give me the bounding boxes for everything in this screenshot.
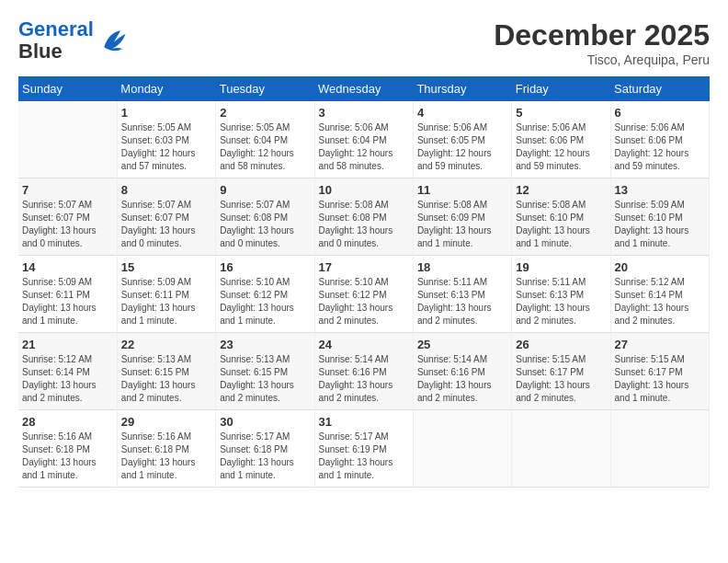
day-number: 7 — [22, 183, 113, 197]
calendar-cell — [610, 410, 709, 488]
day-number: 21 — [22, 338, 113, 351]
calendar-cell: 21 Sunrise: 5:12 AM Sunset: 6:14 PM Dayl… — [18, 333, 117, 410]
day-info: Sunrise: 5:16 AM Sunset: 6:18 PM Dayligh… — [121, 431, 211, 482]
logo-text: GeneralBlue — [18, 18, 94, 63]
calendar-header: SundayMondayTuesdayWednesdayThursdayFrid… — [18, 76, 710, 101]
day-number: 8 — [121, 183, 211, 197]
day-number: 25 — [417, 338, 507, 351]
day-info: Sunrise: 5:16 AM Sunset: 6:18 PM Dayligh… — [22, 431, 113, 482]
day-info: Sunrise: 5:13 AM Sunset: 6:15 PM Dayligh… — [121, 353, 211, 405]
page-header: GeneralBlue December 2025 Tisco, Arequip… — [18, 18, 710, 67]
day-info: Sunrise: 5:08 AM Sunset: 6:08 PM Dayligh… — [319, 199, 409, 250]
weekday-header-tuesday: Tuesday — [216, 76, 314, 101]
calendar-cell: 10 Sunrise: 5:08 AM Sunset: 6:08 PM Dayl… — [314, 178, 413, 256]
weekday-row: SundayMondayTuesdayWednesdayThursdayFrid… — [18, 76, 710, 101]
calendar-cell — [18, 101, 117, 178]
calendar-week-2: 7 Sunrise: 5:07 AM Sunset: 6:07 PM Dayli… — [18, 178, 710, 256]
calendar-cell: 8 Sunrise: 5:07 AM Sunset: 6:07 PM Dayli… — [117, 178, 215, 256]
calendar-cell: 22 Sunrise: 5:13 AM Sunset: 6:15 PM Dayl… — [117, 333, 215, 410]
day-number: 28 — [22, 415, 113, 429]
day-info: Sunrise: 5:06 AM Sunset: 6:04 PM Dayligh… — [319, 121, 409, 173]
day-number: 1 — [121, 106, 211, 120]
calendar-cell: 11 Sunrise: 5:08 AM Sunset: 6:09 PM Dayl… — [413, 178, 511, 256]
calendar-week-1: 1 Sunrise: 5:05 AM Sunset: 6:03 PM Dayli… — [18, 101, 710, 178]
calendar-cell: 5 Sunrise: 5:06 AM Sunset: 6:06 PM Dayli… — [512, 101, 610, 178]
day-number: 29 — [121, 415, 211, 429]
day-info: Sunrise: 5:06 AM Sunset: 6:06 PM Dayligh… — [615, 121, 705, 173]
calendar-cell: 6 Sunrise: 5:06 AM Sunset: 6:06 PM Dayli… — [610, 101, 709, 178]
weekday-header-thursday: Thursday — [413, 76, 511, 101]
day-info: Sunrise: 5:05 AM Sunset: 6:04 PM Dayligh… — [220, 121, 310, 173]
day-info: Sunrise: 5:08 AM Sunset: 6:10 PM Dayligh… — [516, 199, 606, 250]
day-number: 6 — [615, 106, 705, 120]
day-number: 4 — [417, 106, 507, 120]
calendar-cell: 20 Sunrise: 5:12 AM Sunset: 6:14 PM Dayl… — [610, 256, 709, 333]
day-info: Sunrise: 5:11 AM Sunset: 6:13 PM Dayligh… — [417, 276, 507, 327]
day-info: Sunrise: 5:07 AM Sunset: 6:07 PM Dayligh… — [22, 199, 113, 250]
weekday-header-sunday: Sunday — [18, 76, 117, 101]
day-number: 11 — [417, 183, 507, 197]
day-number: 22 — [121, 338, 211, 351]
month-title: December 2025 — [494, 18, 710, 52]
calendar-cell: 31 Sunrise: 5:17 AM Sunset: 6:19 PM Dayl… — [314, 410, 413, 488]
weekday-header-friday: Friday — [512, 76, 610, 101]
day-number: 31 — [319, 415, 409, 429]
calendar-cell: 9 Sunrise: 5:07 AM Sunset: 6:08 PM Dayli… — [216, 178, 314, 256]
calendar-cell: 4 Sunrise: 5:06 AM Sunset: 6:05 PM Dayli… — [413, 101, 511, 178]
day-info: Sunrise: 5:11 AM Sunset: 6:13 PM Dayligh… — [516, 276, 606, 327]
weekday-header-monday: Monday — [117, 76, 215, 101]
weekday-header-wednesday: Wednesday — [314, 76, 413, 101]
day-info: Sunrise: 5:09 AM Sunset: 6:11 PM Dayligh… — [121, 276, 211, 327]
day-number: 16 — [220, 260, 310, 274]
day-number: 24 — [319, 338, 409, 351]
calendar-cell — [512, 410, 610, 488]
day-info: Sunrise: 5:09 AM Sunset: 6:10 PM Dayligh… — [615, 199, 705, 250]
day-number: 30 — [220, 415, 310, 429]
day-info: Sunrise: 5:14 AM Sunset: 6:16 PM Dayligh… — [417, 353, 507, 405]
calendar-week-4: 21 Sunrise: 5:12 AM Sunset: 6:14 PM Dayl… — [18, 333, 710, 410]
calendar-cell: 26 Sunrise: 5:15 AM Sunset: 6:17 PM Dayl… — [512, 333, 610, 410]
day-info: Sunrise: 5:06 AM Sunset: 6:06 PM Dayligh… — [516, 121, 606, 173]
calendar-cell: 27 Sunrise: 5:15 AM Sunset: 6:17 PM Dayl… — [610, 333, 709, 410]
calendar-cell: 18 Sunrise: 5:11 AM Sunset: 6:13 PM Dayl… — [413, 256, 511, 333]
day-info: Sunrise: 5:17 AM Sunset: 6:18 PM Dayligh… — [220, 431, 310, 482]
day-info: Sunrise: 5:05 AM Sunset: 6:03 PM Dayligh… — [121, 121, 211, 173]
day-info: Sunrise: 5:06 AM Sunset: 6:05 PM Dayligh… — [417, 121, 507, 173]
calendar-cell: 28 Sunrise: 5:16 AM Sunset: 6:18 PM Dayl… — [18, 410, 117, 488]
calendar-cell: 14 Sunrise: 5:09 AM Sunset: 6:11 PM Dayl… — [18, 256, 117, 333]
day-info: Sunrise: 5:17 AM Sunset: 6:19 PM Dayligh… — [319, 431, 409, 482]
day-info: Sunrise: 5:07 AM Sunset: 6:07 PM Dayligh… — [121, 199, 211, 250]
calendar-cell: 19 Sunrise: 5:11 AM Sunset: 6:13 PM Dayl… — [512, 256, 610, 333]
day-number: 26 — [516, 338, 606, 351]
day-info: Sunrise: 5:15 AM Sunset: 6:17 PM Dayligh… — [516, 353, 606, 405]
calendar-cell: 16 Sunrise: 5:10 AM Sunset: 6:12 PM Dayl… — [216, 256, 314, 333]
day-number: 2 — [220, 106, 310, 120]
calendar-body: 1 Sunrise: 5:05 AM Sunset: 6:03 PM Dayli… — [18, 101, 710, 488]
calendar-cell: 12 Sunrise: 5:08 AM Sunset: 6:10 PM Dayl… — [512, 178, 610, 256]
calendar-cell: 2 Sunrise: 5:05 AM Sunset: 6:04 PM Dayli… — [216, 101, 314, 178]
calendar-cell: 13 Sunrise: 5:09 AM Sunset: 6:10 PM Dayl… — [610, 178, 709, 256]
logo-bird-icon — [97, 24, 131, 57]
calendar-cell: 25 Sunrise: 5:14 AM Sunset: 6:16 PM Dayl… — [413, 333, 511, 410]
title-block: December 2025 Tisco, Arequipa, Peru — [494, 18, 710, 67]
calendar-cell: 30 Sunrise: 5:17 AM Sunset: 6:18 PM Dayl… — [216, 410, 314, 488]
calendar-week-5: 28 Sunrise: 5:16 AM Sunset: 6:18 PM Dayl… — [18, 410, 710, 488]
calendar-cell: 29 Sunrise: 5:16 AM Sunset: 6:18 PM Dayl… — [117, 410, 215, 488]
calendar-cell: 23 Sunrise: 5:13 AM Sunset: 6:15 PM Dayl… — [216, 333, 314, 410]
day-info: Sunrise: 5:15 AM Sunset: 6:17 PM Dayligh… — [615, 353, 705, 405]
day-info: Sunrise: 5:10 AM Sunset: 6:12 PM Dayligh… — [220, 276, 310, 327]
day-number: 12 — [516, 183, 606, 197]
calendar-cell: 17 Sunrise: 5:10 AM Sunset: 6:12 PM Dayl… — [314, 256, 413, 333]
day-number: 9 — [220, 183, 310, 197]
day-number: 19 — [516, 260, 606, 274]
day-number: 14 — [22, 260, 113, 274]
logo: GeneralBlue — [18, 18, 131, 63]
day-number: 13 — [615, 183, 705, 197]
day-info: Sunrise: 5:14 AM Sunset: 6:16 PM Dayligh… — [319, 353, 409, 405]
calendar-cell: 7 Sunrise: 5:07 AM Sunset: 6:07 PM Dayli… — [18, 178, 117, 256]
day-info: Sunrise: 5:09 AM Sunset: 6:11 PM Dayligh… — [22, 276, 113, 327]
day-info: Sunrise: 5:07 AM Sunset: 6:08 PM Dayligh… — [220, 199, 310, 250]
calendar-table: SundayMondayTuesdayWednesdayThursdayFrid… — [18, 76, 710, 488]
day-number: 5 — [516, 106, 606, 120]
calendar-cell — [413, 410, 511, 488]
